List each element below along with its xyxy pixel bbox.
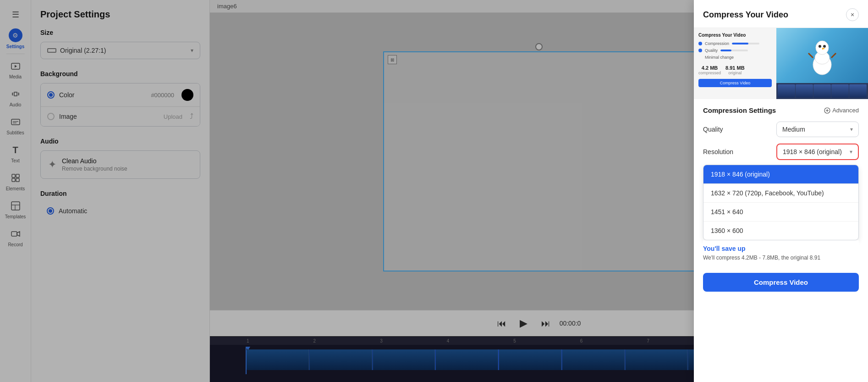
quality-label: Quality [703, 126, 723, 133]
preview-compress-btn[interactable]: Compress Video [698, 79, 772, 87]
resolution-option-1[interactable]: 1632 × 720 (720p, Facebook, YouTube) [703, 183, 858, 202]
svg-line-19 [831, 53, 836, 58]
modal-header: Compress Your Video × [694, 0, 868, 28]
olaf-figure [806, 35, 838, 76]
advanced-link[interactable]: Advanced [824, 107, 859, 114]
preview-dot-2 [698, 49, 702, 52]
svg-point-16 [823, 45, 826, 48]
resolution-option-3[interactable]: 1360 × 600 [703, 221, 858, 240]
advanced-label: Advanced [832, 107, 859, 114]
save-title: You'll save up [703, 245, 859, 252]
resolution-value: 1918 × 846 (original) [783, 148, 842, 155]
preview-image [776, 28, 868, 83]
save-banner: You'll save up We'll compress 4.2MB - 7.… [703, 240, 859, 266]
resolution-select[interactable]: 1918 × 846 (original) ▾ [776, 144, 859, 160]
modal-close-button[interactable]: × [846, 8, 859, 21]
modal-preview-right [776, 28, 868, 99]
modal-preview-left: Compress Your Video Compression Quality [694, 28, 776, 99]
compress-video-button[interactable]: Compress Video [703, 273, 859, 292]
compression-settings-title: Compression Settings [703, 106, 776, 114]
quality-value: Medium [782, 126, 805, 133]
resolution-label: Resolution [703, 148, 733, 155]
svg-point-15 [819, 45, 821, 48]
compress-video-modal: Compress Your Video × Compress Your Vide… [694, 0, 868, 382]
resolution-option-2[interactable]: 1451 × 640 [703, 202, 858, 221]
resolution-dropdown-list: 1918 × 846 (original) 1632 × 720 (720p, … [703, 165, 859, 240]
quality-chevron-icon: ▾ [850, 126, 853, 133]
preview-mini-title: Compress Your Video [698, 33, 772, 38]
quality-row: Quality Medium ▾ [703, 122, 859, 137]
modal-preview: Compress Your Video Compression Quality [694, 28, 868, 99]
compression-settings-header: Compression Settings Advanced [703, 106, 859, 114]
resolution-row: Resolution 1918 × 846 (original) ▾ [703, 144, 859, 160]
save-desc: We'll compress 4.2MB - 7.8MB, the origin… [703, 254, 859, 262]
quality-select[interactable]: Medium ▾ [776, 122, 859, 137]
svg-line-18 [808, 53, 813, 58]
preview-dot-1 [698, 42, 702, 45]
modal-title: Compress Your Video [703, 10, 788, 20]
modal-overlay: Compress Your Video × Compress Your Vide… [0, 0, 868, 382]
modal-body: Compression Settings Advanced Quality Me… [694, 99, 868, 382]
resolution-chevron-icon: ▾ [850, 149, 852, 155]
preview-timeline-strip [776, 83, 868, 99]
resolution-option-0[interactable]: 1918 × 846 (original) [703, 165, 858, 183]
close-icon: × [851, 11, 854, 18]
advanced-icon [824, 107, 830, 114]
